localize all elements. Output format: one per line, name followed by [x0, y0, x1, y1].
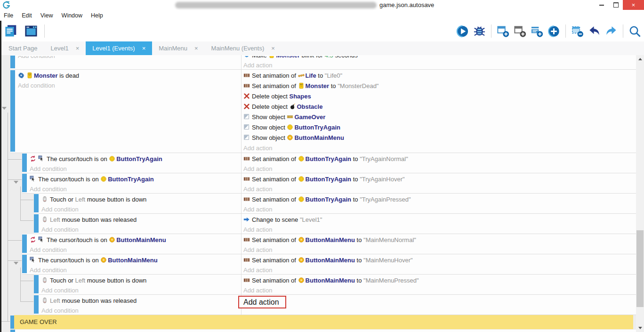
comment-text[interactable]: GAME OVER — [14, 315, 633, 329]
preview-play-icon[interactable] — [456, 25, 469, 38]
action-row[interactable]: Set animation of ButtonTryAgain to "TryA… — [243, 154, 634, 164]
add-condition-button[interactable]: Add condition — [30, 164, 238, 173]
action-row[interactable]: Delete object Shapes — [243, 91, 634, 102]
action-row[interactable]: Show object GameOver — [243, 112, 634, 122]
menu-edit[interactable]: Edit — [17, 12, 36, 19]
panel-left-edge — [0, 21, 1, 332]
condition-row[interactable]: Left mouse button was released — [41, 296, 238, 306]
tab-mainmenu-events[interactable]: MainMenu (Events)× — [205, 41, 282, 55]
scrollbar-thumb[interactable] — [636, 230, 644, 307]
scroll-down-button[interactable] — [636, 324, 644, 332]
show-object-icon — [243, 134, 250, 141]
menu-view[interactable]: View — [36, 12, 57, 19]
menu-file[interactable]: File — [0, 12, 17, 19]
add-action-button[interactable]: Add action — [243, 164, 634, 173]
event-selection-bar[interactable] — [22, 235, 27, 253]
add-action-button[interactable]: Add action — [243, 265, 634, 274]
close-button[interactable]: × — [623, 0, 644, 10]
project-manager-icon[interactable] — [4, 24, 19, 39]
add-action-button[interactable]: Add action — [243, 184, 634, 193]
condition-row[interactable]: Touch or Left mouse button is down — [41, 194, 238, 204]
collapse-arrow-icon[interactable] — [14, 262, 18, 265]
search-icon[interactable] — [628, 25, 641, 38]
action-row[interactable]: Set animation of ButtonMainMenu to "Main… — [243, 275, 634, 285]
action-row[interactable]: Set animation of ButtonTryAgain to "TryA… — [243, 194, 634, 204]
add-action-button[interactable]: Add action — [243, 143, 634, 153]
add-condition-button[interactable]: Add condition — [41, 225, 238, 234]
close-icon: × — [632, 1, 636, 8]
tree-line — [20, 220, 33, 221]
add-sub-event-icon[interactable] — [514, 25, 526, 38]
tab-level1-events[interactable]: Level1 (Events)× — [86, 41, 152, 55]
add-action-button[interactable]: Add action — [243, 285, 634, 294]
add-condition-button[interactable]: Add condition — [30, 245, 238, 254]
event-selection-bar[interactable] — [22, 174, 27, 192]
cursor-touch-icon — [30, 257, 36, 263]
action-row[interactable]: Change to scene "Level1" — [243, 215, 634, 225]
add-condition-button[interactable]: Add condition — [41, 204, 238, 213]
comment-event[interactable]: GAME OVER — [10, 315, 633, 329]
add-other-event-icon[interactable] — [547, 25, 560, 38]
add-comment-icon[interactable] — [531, 25, 543, 38]
vertical-scrollbar[interactable] — [636, 55, 644, 332]
add-action-button[interactable]: Add action — [243, 225, 634, 234]
add-condition-button[interactable]: Add condition — [30, 184, 238, 193]
add-action-button[interactable]: Add action — [243, 60, 634, 70]
event-selection-bar[interactable] — [10, 70, 15, 152]
add-condition-button[interactable]: Add condition — [30, 265, 238, 274]
condition-row[interactable]: The cursor/touch is on ButtonMainMenu — [30, 235, 238, 245]
event-selection-bar[interactable] — [22, 255, 27, 273]
event-selection-bar[interactable] — [22, 154, 27, 172]
condition-row[interactable]: The cursor/touch is on ButtonMainMenu — [30, 255, 238, 265]
add-action-button[interactable]: Add action — [243, 204, 634, 213]
tab-close-icon[interactable]: × — [194, 45, 198, 52]
highlighted-add-action-button[interactable]: Add action — [238, 296, 286, 308]
add-condition-button[interactable]: Add condition — [18, 56, 238, 61]
tab-mainmenu[interactable]: MainMenu× — [152, 41, 204, 55]
condition-row[interactable]: The cursor/touch is on ButtonTryAgain — [30, 154, 238, 164]
remove-event-icon[interactable] — [571, 25, 584, 38]
condition-row[interactable]: The cursor/touch is on ButtonTryAgain — [30, 174, 238, 184]
condition-row[interactable]: Monster is dead — [18, 71, 238, 81]
maximize-button[interactable] — [609, 0, 623, 10]
add-condition-button[interactable]: Add condition — [18, 81, 238, 90]
scene-editor-window-icon[interactable] — [24, 24, 39, 39]
action-row[interactable]: Set animation of ButtonTryAgain to "TryA… — [243, 174, 634, 184]
condition-row[interactable]: Touch or Left mouse button is down — [41, 275, 238, 285]
event-selection-bar[interactable] — [10, 56, 15, 68]
action-row[interactable]: Set animation of ButtonMainMenu to "Main… — [243, 255, 634, 265]
action-row[interactable]: Show object ButtonMainMenu — [243, 133, 634, 143]
event-selection-bar[interactable] — [10, 316, 14, 329]
event-selection-bar[interactable] — [34, 295, 39, 314]
collapse-arrow-icon[interactable] — [2, 107, 7, 110]
action-row[interactable]: Set animation of Monster to "MonsterDead… — [243, 81, 634, 91]
add-condition-button[interactable]: Add condition — [41, 285, 238, 294]
tab-close-icon[interactable]: × — [76, 45, 80, 52]
add-action-button[interactable]: Add action — [243, 245, 634, 254]
collapse-arrow-icon[interactable] — [14, 181, 18, 184]
tab-close-icon[interactable]: × — [142, 45, 146, 52]
add-event-icon[interactable] — [497, 25, 509, 38]
debugger-bug-icon[interactable] — [473, 25, 486, 38]
tab-start-page[interactable]: Start Page — [2, 41, 44, 55]
minimize-button[interactable] — [595, 0, 609, 10]
menu-window[interactable]: Window — [57, 12, 87, 19]
scroll-up-button[interactable] — [636, 55, 644, 63]
action-row[interactable]: Set animation of Life to "Life0" — [243, 71, 634, 81]
redo-icon[interactable] — [605, 25, 618, 38]
undo-icon[interactable] — [588, 25, 601, 38]
event-selection-bar[interactable] — [34, 275, 39, 293]
action-row[interactable]: Set animation of ButtonMainMenu to "Main… — [243, 235, 634, 245]
action-row[interactable]: Delete object Obstacle — [243, 102, 634, 112]
action-row[interactable]: Make Monster blink for 4.5 seconds — [243, 56, 634, 60]
menu-help[interactable]: Help — [87, 12, 107, 19]
tab-close-icon[interactable]: × — [271, 45, 275, 52]
action-row[interactable]: Show object ButtonTryAgain — [243, 122, 634, 133]
event-selection-bar[interactable] — [34, 214, 39, 233]
tab-level1[interactable]: Level1× — [44, 41, 86, 55]
add-condition-button[interactable]: Add condition — [41, 306, 238, 315]
event-selection-bar[interactable] — [10, 330, 15, 332]
condition-row[interactable]: Left mouse button was released — [41, 215, 238, 225]
event-selection-bar[interactable] — [34, 194, 39, 212]
button-main-menu-icon — [109, 236, 115, 243]
